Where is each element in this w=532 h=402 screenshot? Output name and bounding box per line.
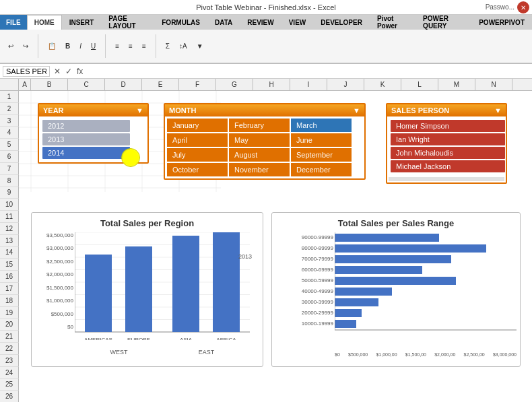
row-19[interactable]: 19 — [0, 307, 19, 319]
col-header-h[interactable]: H — [253, 79, 290, 90]
year-item-2014[interactable]: 2014 — [42, 147, 130, 159]
col-header-m[interactable]: M — [438, 79, 475, 90]
col-header-a[interactable]: A — [19, 79, 31, 90]
row-26[interactable]: 26 — [0, 391, 19, 402]
redo-button[interactable]: ↪ — [20, 41, 31, 51]
sp-scrollbar[interactable] — [389, 177, 504, 181]
tab-developer[interactable]: DEVELOPER — [313, 15, 370, 30]
row-23[interactable]: 23 — [0, 355, 19, 367]
row-22[interactable]: 22 — [0, 343, 19, 355]
month-april[interactable]: April — [167, 133, 228, 147]
year-item-2012[interactable]: 2012 — [42, 120, 130, 132]
align-right-button[interactable]: ≡ — [139, 41, 149, 51]
row-6[interactable]: 6 — [0, 151, 19, 163]
month-february[interactable]: February — [229, 119, 290, 132]
range-40000: 40000-49999 — [277, 286, 333, 297]
row-25[interactable]: 25 — [0, 379, 19, 391]
sum-button[interactable]: Σ — [163, 41, 172, 51]
col-header-f[interactable]: F — [179, 79, 216, 90]
row-8[interactable]: 8 — [0, 175, 19, 187]
range-10000: 10000-19999 — [277, 319, 333, 329]
row-17[interactable]: 17 — [0, 283, 19, 295]
tab-formulas[interactable]: FORMULAS — [154, 15, 207, 30]
cancel-formula-icon[interactable]: ✕ — [53, 67, 62, 76]
sp-michael[interactable]: Michael Jackson — [391, 160, 505, 172]
month-november[interactable]: November — [229, 163, 290, 176]
tab-page-layout[interactable]: PAGE LAYOUT — [101, 15, 154, 30]
month-june[interactable]: June — [291, 133, 352, 147]
month-march[interactable]: March — [291, 119, 352, 132]
row-13[interactable]: 13 — [0, 235, 19, 247]
row-7[interactable]: 7 — [0, 163, 19, 175]
close-button[interactable]: ✕ — [517, 1, 529, 13]
sp-john[interactable]: John Michaloudis — [391, 147, 505, 159]
col-header-j[interactable]: J — [327, 79, 364, 90]
month-october[interactable]: October — [167, 163, 228, 176]
tab-review[interactable]: REVIEW — [240, 15, 281, 30]
range-90000: 90000-99999 — [277, 232, 333, 243]
col-header-c[interactable]: C — [68, 79, 105, 90]
sp-homer[interactable]: Homer Simpson — [391, 120, 505, 132]
month-august[interactable]: August — [229, 148, 290, 162]
sort-button[interactable]: ↕A — [176, 41, 190, 51]
month-september[interactable]: September — [291, 148, 352, 162]
formula-input[interactable] — [87, 65, 529, 78]
font-bold-button[interactable]: B — [63, 41, 73, 51]
row-21[interactable]: 21 — [0, 331, 19, 343]
align-center-button[interactable]: ≡ — [126, 41, 135, 51]
row-10[interactable]: 10 — [0, 199, 19, 211]
col-header-e[interactable]: E — [142, 79, 179, 90]
row-15[interactable]: 15 — [0, 259, 19, 271]
row-16[interactable]: 16 — [0, 271, 19, 283]
month-filter-icon[interactable]: ▼ — [353, 106, 360, 114]
ribbon: FILE HOME INSERT PAGE LAYOUT FORMULAS DA… — [0, 15, 532, 64]
year-item-2013[interactable]: 2013 — [42, 133, 130, 145]
row-12[interactable]: 12 — [0, 223, 19, 235]
year-filter-icon[interactable]: ▼ — [136, 106, 143, 114]
row-20[interactable]: 20 — [0, 319, 19, 331]
month-may[interactable]: May — [229, 133, 290, 147]
row-5[interactable]: 5 — [0, 139, 19, 151]
tab-powerpivot[interactable]: POWERPIVOT — [471, 15, 532, 30]
tab-power-query[interactable]: POWER QUERY — [415, 15, 471, 30]
col-header-g[interactable]: G — [216, 79, 253, 90]
align-left-button[interactable]: ≡ — [112, 41, 122, 51]
row-4[interactable]: 4 — [0, 127, 19, 139]
col-header-i[interactable]: I — [290, 79, 327, 90]
insert-function-icon[interactable]: fx — [75, 67, 84, 76]
clipboard-button[interactable]: 📋 — [45, 41, 59, 51]
month-january[interactable]: January — [167, 119, 228, 132]
tab-insert[interactable]: INSERT — [62, 15, 102, 30]
col-header-l[interactable]: L — [401, 79, 438, 90]
tab-home[interactable]: HOME — [27, 15, 62, 30]
row-18[interactable]: 18 — [0, 295, 19, 307]
col-header-b[interactable]: B — [31, 79, 68, 90]
filter-button[interactable]: ▼ — [194, 41, 206, 51]
col-header-k[interactable]: K — [364, 79, 401, 90]
tab-view[interactable]: VIEW — [281, 15, 314, 30]
tab-file[interactable]: FILE — [0, 15, 27, 30]
row-2[interactable]: 2 — [0, 103, 19, 115]
sp-ian[interactable]: Ian Wright — [391, 133, 505, 145]
undo-button[interactable]: ↩ — [5, 41, 16, 51]
col-header-d[interactable]: D — [105, 79, 142, 90]
tab-pivot-power[interactable]: Pivot Power — [370, 15, 415, 30]
sp-filter-icon[interactable]: ▼ — [494, 106, 502, 114]
row-14[interactable]: 14 — [0, 247, 19, 259]
chart2-x-labels: $0 $500,000 $1,000,00 $1,500,00 $2,000,0… — [335, 352, 517, 357]
confirm-formula-icon[interactable]: ✓ — [64, 67, 73, 76]
tab-data[interactable]: DATA — [207, 15, 240, 30]
name-box[interactable] — [3, 66, 50, 77]
row-9[interactable]: 9 — [0, 187, 19, 199]
row-11[interactable]: 11 — [0, 211, 19, 223]
col-header-n[interactable]: N — [475, 79, 512, 90]
month-december[interactable]: December — [291, 163, 352, 176]
row-1[interactable]: 1 — [0, 91, 19, 103]
font-underline-button[interactable]: U — [88, 41, 98, 51]
chart1-body: $0 $500,000 $1,000,000 $1,500,000 $2,000… — [37, 232, 257, 357]
x-label-africa: AFRICA — [216, 337, 236, 340]
row-24[interactable]: 24 — [0, 367, 19, 379]
row-3[interactable]: 3 — [0, 115, 19, 127]
font-italic-button[interactable]: I — [77, 41, 84, 51]
month-july[interactable]: July — [167, 148, 228, 162]
